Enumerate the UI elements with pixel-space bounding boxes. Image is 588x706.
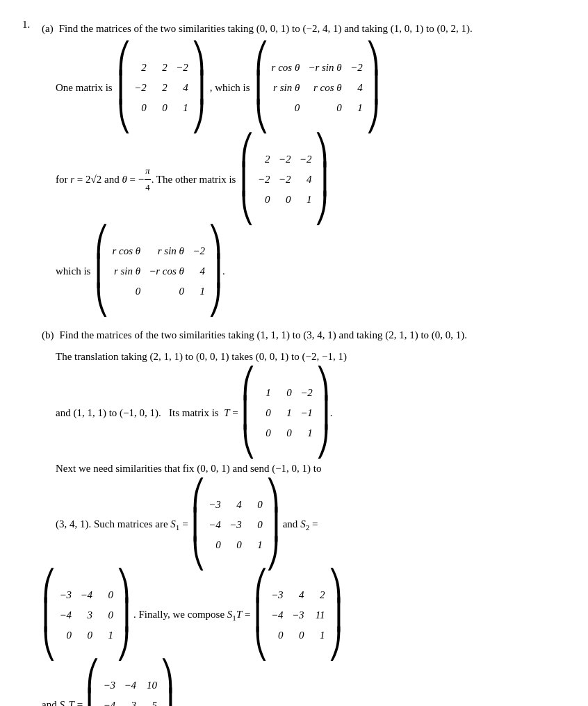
m3-r0c2: −2: [299, 150, 311, 169]
matrix-3: ⎛⎜⎝ 2 −2 −2 −2 −2 4 0 0 1 ⎞⎟⎠: [240, 136, 329, 223]
matrix-1: ⎛⎜⎝ 2 2 −2 −2 2 4 0 0 1 ⎞⎟⎠: [117, 44, 206, 131]
bracket-left-S2: ⎛⎜⎝: [42, 571, 56, 659]
matrix-S1: ⎛⎜⎝ −3 4 0 −4 −3 0 0 0 1 ⎞⎟⎠: [191, 481, 280, 568]
mS1T-r1c2: 11: [313, 606, 325, 625]
m2-r1c1: r cos θ: [308, 79, 341, 97]
matrix-2-grid: r cos θ −r sin θ −2 r sin θ r cos θ 4 0 …: [272, 58, 363, 117]
mS1-r2c2: 1: [250, 536, 263, 555]
m4-r0c2: −2: [193, 242, 205, 261]
bracket-right-3: ⎞⎟⎠: [314, 136, 329, 223]
mS1T-r2c2: 1: [313, 626, 325, 645]
bracket-left-4: ⎛⎜⎝: [95, 227, 109, 315]
b-text1: The translation taking (2, 1, 1) to (0, …: [56, 347, 347, 366]
mS2-r1c1: 3: [80, 606, 92, 625]
mS1T-r0c2: 2: [313, 586, 325, 605]
m4-r0c1: r sin θ: [149, 242, 184, 261]
bracket-right-1: ⎞⎟⎠: [191, 44, 206, 131]
bracket-left-3: ⎛⎜⎝: [240, 136, 254, 223]
problem-number: 1.: [22, 17, 36, 706]
mS2-r0c0: −3: [59, 586, 72, 605]
bracket-right-4: ⎞⎟⎠: [208, 227, 222, 315]
m4-r1c0: r sin θ: [112, 262, 140, 281]
pi-frac: π4: [145, 163, 150, 196]
m3-r1c2: 4: [299, 170, 311, 189]
mT-r0c2: −2: [300, 384, 313, 402]
mT-r1c0: 0: [259, 404, 271, 422]
m2-r0c1: −r sin θ: [308, 58, 341, 77]
matrix-1-grid: 2 2 −2 −2 2 4 0 0 1: [134, 58, 188, 117]
one-matrix-is-label: One matrix is: [56, 79, 113, 97]
which-is-label-1: , which is: [210, 79, 250, 97]
mS2T-r0c1: −4: [124, 676, 136, 695]
b-text4: (3, 4, 1). Such matrices are S1 =: [56, 515, 188, 534]
bracket-left-S1: ⎛⎜⎝: [191, 481, 206, 568]
final-period-a: .: [222, 262, 225, 281]
mS2T-r1c2: 5: [145, 696, 157, 707]
m1-r2c0: 0: [134, 99, 147, 117]
part-a-matrix-row2: for r = 2√2 and θ = −π4. The other matri…: [56, 136, 566, 223]
mS1-r0c1: 4: [229, 495, 242, 514]
mS1T-r2c0: 0: [271, 626, 284, 645]
m4-r2c1: 0: [149, 282, 184, 301]
part-b-label: (b): [42, 326, 54, 345]
m4-r1c1: −r cos θ: [149, 262, 184, 281]
part-b-text1: The translation taking (2, 1, 1) to (0, …: [56, 347, 566, 366]
m3-r0c0: 2: [257, 150, 270, 169]
mS2T-r1c1: 3: [124, 696, 136, 707]
m1-r0c2: −2: [176, 58, 188, 77]
bracket-left-2: ⎛⎜⎝: [254, 44, 269, 131]
m2-r1c0: r sin θ: [272, 79, 300, 97]
mS2-r2c1: 0: [80, 626, 92, 645]
matrix-T: ⎛⎜⎝ 1 0 −2 0 1 −1 0 0 1 ⎞⎟⎠: [241, 369, 330, 457]
b-final-period: .: [174, 696, 177, 707]
period-label: . The other matrix is: [152, 170, 236, 189]
mS1-r2c1: 0: [229, 536, 242, 555]
m4-r2c2: 1: [193, 282, 205, 301]
mS1T-r1c1: −3: [292, 606, 304, 625]
mS1-r1c0: −4: [209, 516, 221, 534]
bracket-right-S1: ⎞⎟⎠: [266, 481, 280, 568]
b-period1: .: [330, 404, 333, 422]
mS1-r1c1: −3: [229, 516, 242, 534]
m2-r1c2: 4: [350, 79, 363, 97]
matrix-4-grid: r cos θ r sin θ −2 r sin θ −r cos θ 4 0 …: [112, 242, 205, 301]
bracket-right-T: ⎞⎟⎠: [316, 369, 330, 457]
mS2-r1c2: 0: [101, 606, 113, 625]
m3-r1c1: −2: [278, 170, 291, 189]
mS1T-r2c1: 0: [292, 626, 304, 645]
m3-r0c1: −2: [278, 150, 291, 169]
m2-r0c0: r cos θ: [272, 58, 300, 77]
mS2-r2c2: 1: [101, 626, 113, 645]
mT-r0c1: 0: [279, 384, 292, 402]
mS2T-r0c2: 10: [145, 676, 157, 695]
b-text5: . Finally, we compose S1T =: [133, 605, 251, 625]
part-b-text2-T: and (1, 1, 1) to (−1, 0, 1). Its matrix …: [56, 369, 566, 457]
mT-r2c0: 0: [259, 424, 271, 443]
mS1-r1c2: 0: [250, 516, 263, 534]
part-a-matrix-row1: One matrix is ⎛⎜⎝ 2 2 −2 −2 2 4 0 0 1 ⎞⎟…: [56, 44, 566, 131]
part-b-S2T-row: and S2T = ⎛⎜⎝ −3 −4 10 −4 3 5 0 0 1 ⎞⎟⎠: [42, 662, 566, 706]
part-a: (a) Find the matrices of the two similar…: [42, 19, 566, 315]
mS1T-r1c0: −4: [271, 606, 284, 625]
part-b-S1-row: (3, 4, 1). Such matrices are S1 = ⎛⎜⎝ −3…: [56, 481, 566, 568]
mS2-r2c0: 0: [59, 626, 72, 645]
which-is-label-2: which is: [56, 262, 90, 281]
mS1T-r0c0: −3: [271, 586, 284, 605]
m1-r0c1: 2: [155, 58, 168, 77]
m3-r1c0: −2: [257, 170, 270, 189]
matrix-4: ⎛⎜⎝ r cos θ r sin θ −2 r sin θ −r cos θ …: [95, 227, 222, 315]
mT-r2c1: 0: [279, 424, 292, 443]
bracket-left-1: ⎛⎜⎝: [117, 44, 131, 131]
m1-r2c1: 0: [155, 99, 168, 117]
bracket-right-2: ⎞⎟⎠: [366, 44, 380, 131]
b-text3: Next we need similarities that fix (0, 0…: [56, 459, 322, 478]
mS1T-r0c1: 4: [292, 586, 304, 605]
part-b: (b) Find the matrices of the two similar…: [42, 326, 566, 706]
m2-r0c2: −2: [350, 58, 363, 77]
mS2T-r0c0: −3: [103, 676, 115, 695]
matrix-S2T: ⎛⎜⎝ −3 −4 10 −4 3 5 0 0 1 ⎞⎟⎠: [85, 662, 174, 706]
part-b-S2-row: ⎛⎜⎝ −3 −4 0 −4 3 0 0 0 1 ⎞⎟⎠ . Finally, …: [42, 571, 566, 659]
matrix-T-grid: 1 0 −2 0 1 −1 0 0 1: [259, 384, 313, 443]
bracket-right-S2: ⎞⎟⎠: [116, 571, 131, 659]
and-S2-label: and S2 =: [283, 515, 318, 534]
